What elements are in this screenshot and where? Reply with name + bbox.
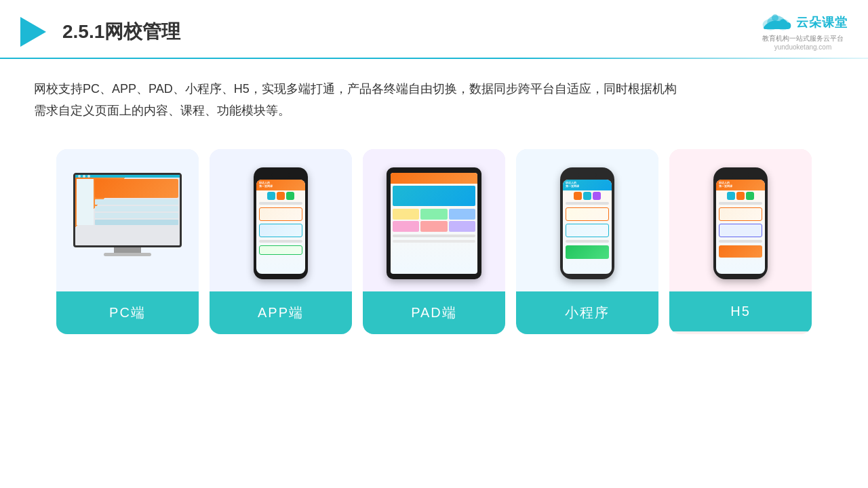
phone-card (719, 207, 762, 221)
card-pc-image (56, 149, 199, 291)
phone-icon (593, 192, 601, 200)
card-pad[interactable]: PAD端 (363, 149, 505, 334)
phone-card (566, 224, 609, 237)
tablet-text-row (393, 235, 475, 237)
monitor-content (75, 178, 180, 226)
phone-card (566, 207, 609, 221)
tablet-text-row (393, 240, 475, 243)
tablet-header (391, 173, 477, 184)
tablet-content (391, 184, 477, 245)
phone-green-card (566, 245, 609, 259)
phone-mockup-app: 职达人的第一堂网课 (254, 167, 308, 279)
page-header: 2.5.1网校管理 云朵课堂 教育机构一站式服务云平台 yunduoketang… (0, 0, 868, 51)
phone-icon (583, 192, 591, 200)
tablet-mockup (387, 167, 481, 279)
monitor-sidebar (77, 179, 94, 225)
monitor-row (95, 199, 178, 205)
logo-cloud: 云朵课堂 (758, 12, 848, 33)
play-icon (20, 17, 46, 47)
phone-icon (574, 192, 582, 200)
card-miniprogram-image: 职达人的第一堂网课 (516, 149, 658, 291)
phone-content (716, 190, 765, 260)
card-pc-label: PC端 (56, 291, 199, 334)
monitor-rows (95, 199, 178, 225)
phone-card (259, 224, 302, 237)
description-line2: 需求自定义页面上的内容、课程、功能模块等。 (34, 100, 834, 121)
page-title: 2.5.1网校管理 (62, 19, 180, 45)
phone-screen: 职达人的第一堂网课 (716, 180, 765, 274)
phone-text (566, 240, 609, 243)
monitor-screen (73, 173, 182, 247)
title-main: 网校管理 (104, 21, 180, 42)
tablet-cell (449, 209, 475, 220)
card-pad-label: PAD端 (363, 291, 505, 334)
monitor-stand (114, 247, 141, 253)
cards-container: PC端 职达人的第一堂网课 (0, 129, 868, 334)
monitor-row (95, 220, 178, 225)
phone-card (259, 207, 302, 221)
pc-monitor (66, 173, 189, 274)
phone-notch (271, 173, 290, 177)
phone-header-text: 职达人的第一堂网课 (566, 182, 579, 188)
phone-icon (746, 192, 754, 200)
description-line1: 网校支持PC、APP、PAD、小程序、H5，实现多端打通，产品各终端自由切换，数… (34, 78, 834, 100)
monitor-base (104, 253, 151, 256)
phone-text (259, 240, 302, 243)
phone-mockup-h5: 职达人的第一堂网课 (713, 167, 768, 279)
tablet-banner (393, 186, 475, 206)
phone-header: 职达人的第一堂网课 (256, 180, 305, 190)
phone-header-text: 职达人的第一堂网课 (259, 182, 273, 188)
tablet-cell (393, 209, 419, 220)
phone-header: 职达人的第一堂网课 (563, 180, 612, 190)
phone-text (719, 202, 762, 205)
phone-icon (727, 192, 735, 200)
svg-point-3 (772, 14, 778, 21)
nav-dot (87, 175, 90, 178)
card-miniprogram[interactable]: 职达人的第一堂网课 (516, 149, 658, 334)
phone-card (719, 224, 762, 237)
nav-dot (78, 175, 81, 178)
tablet-cell (393, 221, 419, 232)
tablet-grid (393, 209, 475, 232)
monitor-row (95, 213, 178, 218)
logo-name: 云朵课堂 (796, 14, 848, 30)
card-app-image: 职达人的第一堂网课 (210, 149, 352, 291)
phone-screen: 职达人的第一堂网课 (256, 180, 305, 274)
phone-icon (286, 192, 294, 200)
card-app-label: APP端 (210, 291, 352, 334)
monitor-row (95, 206, 178, 211)
tablet-cell (449, 221, 475, 232)
phone-card (259, 245, 302, 255)
phone-icon (267, 192, 275, 200)
tablet-cell (420, 209, 447, 220)
card-h5[interactable]: 职达人的第一堂网课 (669, 149, 812, 334)
card-pc[interactable]: PC端 (56, 149, 199, 334)
phone-text (719, 240, 762, 243)
card-pad-image (363, 149, 505, 291)
card-h5-label: H5 (669, 291, 812, 331)
monitor-banner (95, 179, 178, 198)
phone-text (259, 202, 302, 205)
phone-icons (717, 192, 764, 200)
card-miniprogram-label: 小程序 (516, 291, 658, 334)
phone-notch (578, 173, 597, 177)
logo-url: yunduoketang.com (774, 43, 832, 51)
phone-icons (564, 192, 610, 200)
tablet-screen (391, 173, 477, 274)
card-h5-image: 职达人的第一堂网课 (669, 149, 812, 291)
phone-screen: 职达人的第一堂网课 (563, 180, 612, 274)
nav-dot (83, 175, 85, 178)
monitor-main (95, 179, 178, 225)
phone-content (256, 190, 305, 257)
phone-mockup-mini: 职达人的第一堂网课 (560, 167, 614, 279)
phone-icon (277, 192, 285, 200)
logo-area: 云朵课堂 教育机构一站式服务云平台 yunduoketang.com (758, 12, 848, 51)
logo-tagline: 教育机构一站式服务云平台 (762, 34, 844, 43)
phone-icon (736, 192, 745, 200)
card-app[interactable]: 职达人的第一堂网课 (210, 149, 352, 334)
cloud-icon (758, 12, 792, 33)
header-left: 2.5.1网校管理 (20, 17, 180, 47)
phone-header: 职达人的第一堂网课 (716, 180, 765, 190)
phone-text (566, 202, 609, 205)
phone-icons (258, 192, 304, 200)
